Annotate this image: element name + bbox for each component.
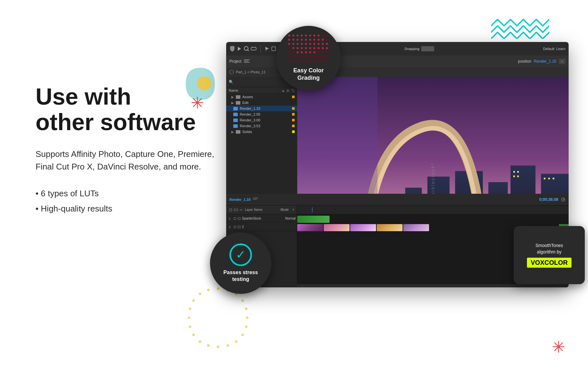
voxcolor-label-text: SmoothTones algorithm by <box>535 242 563 255</box>
swatch-pink-gradient <box>324 224 350 231</box>
svg-rect-25 <box>251 47 256 50</box>
swatch-row-1 <box>297 215 569 223</box>
svg-point-10 <box>235 340 237 343</box>
tree-item-assets[interactable]: ▶ Assets <box>226 94 297 100</box>
svg-point-20 <box>199 293 201 295</box>
svg-point-18 <box>189 307 191 310</box>
swatch-green <box>297 216 330 223</box>
svg-rect-49 <box>513 175 515 177</box>
breadcrumb-text: Part_1 < Photo_11 <box>236 70 266 74</box>
teal-waves-decoration <box>491 13 549 39</box>
timeline-header-row: Layer Name Mode T <box>226 205 297 214</box>
svg-point-14 <box>199 340 201 343</box>
svg-point-0 <box>197 76 211 90</box>
svg-point-21 <box>207 289 210 291</box>
svg-point-16 <box>189 325 191 328</box>
tree-item-edit[interactable]: ▶ Edit <box>226 100 297 106</box>
svg-rect-67 <box>238 226 240 228</box>
tree-item-edit-label: Edit <box>242 101 248 105</box>
svg-point-12 <box>217 346 219 348</box>
svg-line-24 <box>247 50 249 51</box>
badge-easy-color-text: Easy Color Grading <box>293 67 324 82</box>
bullet-item-1: • 6 types of LUTs <box>36 186 216 201</box>
tree-item-render2-label: Render_2.05 <box>240 112 260 116</box>
badge-voxcolor: SmoothTones algorithm by VOXCOLOR <box>514 226 585 284</box>
timeline-tab-label: Render_1.10 <box>229 198 250 201</box>
svg-marker-28 <box>265 47 269 51</box>
search-icon: 🔍 <box>229 80 234 84</box>
svg-point-15 <box>192 334 195 336</box>
svg-point-61 <box>229 209 232 211</box>
badge-passes-stress: ✓ Passes stress testing <box>210 232 271 294</box>
breadcrumb-bar: Part_1 < Photo_11 <box>226 67 569 77</box>
tree-item-solids-label: Solids <box>242 130 252 134</box>
svg-point-9 <box>241 334 244 336</box>
screenshot-area: Snapping Default Learn Project position … <box>216 36 575 310</box>
bullet-list: • 6 types of LUTs • High-quality results <box>36 186 216 216</box>
red-star-right: ✳ <box>552 338 565 356</box>
badge-passes-text: Passes stress testing <box>224 269 258 283</box>
swatch-lavender <box>350 224 376 231</box>
tree-name-header: Name <box>229 88 238 92</box>
layer-1-mode: Normal <box>285 217 296 220</box>
timeline-toolbar: Render_1.10 0;00;36;08 <box>226 194 569 205</box>
svg-rect-62 <box>234 209 237 211</box>
svg-rect-47 <box>513 171 515 173</box>
layer-2-name: 2 <box>242 225 244 229</box>
svg-point-11 <box>226 344 229 347</box>
svg-point-13 <box>207 344 210 347</box>
time-code-display: 0;00;36;08 <box>539 197 558 202</box>
tree-item-render2[interactable]: Render_2.05 <box>226 111 297 117</box>
svg-rect-50 <box>517 175 519 177</box>
swatch-muted-purple <box>403 224 429 231</box>
svg-point-64 <box>234 217 236 220</box>
swatch-purple-dark <box>297 224 323 231</box>
svg-point-66 <box>234 226 236 228</box>
left-content-area: Use with other software Supports Affinit… <box>36 84 216 216</box>
svg-point-17 <box>188 316 190 319</box>
tree-item-assets-label: Assets <box>242 95 253 99</box>
svg-point-7 <box>246 316 248 319</box>
svg-rect-52 <box>548 178 550 179</box>
tree-item-render3-label: Render_3.00 <box>240 118 260 122</box>
bullet-item-2: • High-quality results <box>36 201 216 216</box>
composition-label: position <box>518 59 531 64</box>
description-text: Supports Affinity Photo, Capture One, Pr… <box>36 148 216 173</box>
svg-rect-53 <box>553 178 554 179</box>
project-tab-label: Project <box>229 59 241 64</box>
svg-rect-48 <box>517 171 519 173</box>
mode-header: Mode <box>280 208 289 211</box>
check-icon: ✓ <box>229 243 252 266</box>
tree-item-render1[interactable]: Render_1.10 <box>226 106 297 111</box>
badge-easy-color: Easy Color Grading <box>276 26 341 90</box>
layer-1-name: SparkleStock <box>242 217 261 220</box>
svg-marker-35 <box>230 70 234 74</box>
svg-rect-65 <box>238 218 240 220</box>
render-tab: Render_1.10 <box>534 59 556 64</box>
tree-item-render1-label: Render_1.10 <box>240 107 260 110</box>
tree-item-render4[interactable]: Render_3.53 <box>226 123 297 129</box>
snapping-label: Snapping <box>404 47 420 51</box>
timeline-row-2: 2 2 <box>226 223 297 231</box>
toolbar-nav-icons <box>229 46 257 52</box>
svg-rect-51 <box>544 178 545 179</box>
tree-item-solids[interactable]: ▶ Solids <box>226 129 297 135</box>
tree-item-render3[interactable]: Render_3.00 <box>226 117 297 123</box>
default-label: Default <box>543 47 554 51</box>
badge-dots-grid <box>288 35 329 63</box>
timeline-row-1: 1 SparkleStock Normal <box>226 214 297 223</box>
tree-header: Name ▲ ⊞ Ty <box>226 87 297 94</box>
layer-name-header: Layer Name <box>245 208 262 211</box>
svg-point-19 <box>192 299 195 302</box>
svg-marker-22 <box>238 47 241 51</box>
swatch-warm <box>377 224 403 231</box>
svg-point-8 <box>245 325 247 328</box>
svg-rect-29 <box>272 47 276 51</box>
voxcolor-brand-text: VOXCOLOR <box>527 258 572 268</box>
check-mark-symbol: ✓ <box>236 249 246 261</box>
learn-label: Learn <box>556 47 565 51</box>
red-star-left: ✳ <box>191 94 204 112</box>
tree-item-render4-label: Render_3.53 <box>240 124 260 128</box>
